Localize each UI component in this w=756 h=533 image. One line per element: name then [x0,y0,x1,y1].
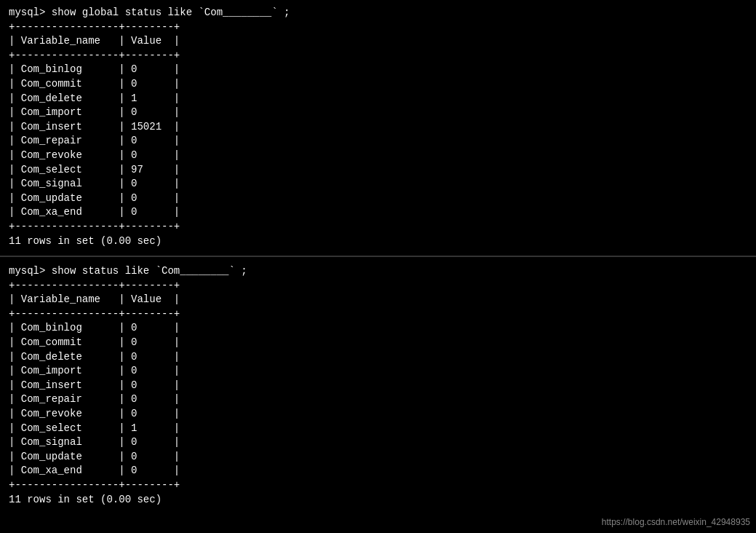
table-row-1-2: | Com_commit | 0 | [9,77,747,92]
prompt-line-1: mysql> show global status like `Com_____… [9,6,747,20]
table-row-2-4: | Com_import | 0 | [9,364,747,379]
table-row-2-11: | Com_xa_end | 0 | [9,464,747,478]
table-border-mid-2: +-----------------+--------+ [9,307,747,322]
table-border-mid-1: +-----------------+--------+ [9,49,747,63]
table-row-1-3: | Com_delete | 1 | [9,92,747,106]
table-row-2-9: | Com_signal | 0 | [9,435,747,450]
table-row-1-5: | Com_insert | 15021 | [9,120,747,135]
terminal-container: mysql> show global status like `Com_____… [0,0,756,533]
table-header-1: | Variable_name | Value | [9,34,747,49]
table-row-1-11: | Com_xa_end | 0 | [9,205,747,220]
table-row-1-1: | Com_binlog | 0 | [9,63,747,77]
table-row-2-7: | Com_revoke | 0 | [9,407,747,422]
result-line-1: 11 rows in set (0.00 sec) [9,234,747,249]
table-row-2-10: | Com_update | 0 | [9,450,747,465]
table-header-2: | Variable_name | Value | [9,293,747,307]
table-row-2-3: | Com_delete | 0 | [9,350,747,365]
terminal-block-2: mysql> show status like `Com________` ; … [0,258,756,513]
result-line-2: 11 rows in set (0.00 sec) [9,493,747,508]
table-row-1-4: | Com_import | 0 | [9,106,747,120]
table-row-1-10: | Com_update | 0 | [9,192,747,206]
table-row-1-8: | Com_select | 97 | [9,163,747,178]
prompt-line-2: mysql> show status like `Com________` ; [9,264,747,279]
watermark: https://blog.csdn.net/weixin_42948935 [602,517,750,527]
table-row-2-8: | Com_select | 1 | [9,422,747,436]
table-row-2-1: | Com_binlog | 0 | [9,321,747,336]
table-row-1-7: | Com_revoke | 0 | [9,149,747,163]
terminal-block-1: mysql> show global status like `Com_____… [0,0,756,257]
table-row-2-6: | Com_repair | 0 | [9,392,747,407]
table-border-top-1: +-----------------+--------+ [9,20,747,35]
table-border-top-2: +-----------------+--------+ [9,279,747,293]
table-row-1-6: | Com_repair | 0 | [9,134,747,149]
table-border-bot-1: +-----------------+--------+ [9,220,747,234]
table-border-bot-2: +-----------------+--------+ [9,478,747,493]
table-row-2-5: | Com_insert | 0 | [9,379,747,393]
table-row-1-9: | Com_signal | 0 | [9,177,747,192]
table-row-2-2: | Com_commit | 0 | [9,336,747,350]
